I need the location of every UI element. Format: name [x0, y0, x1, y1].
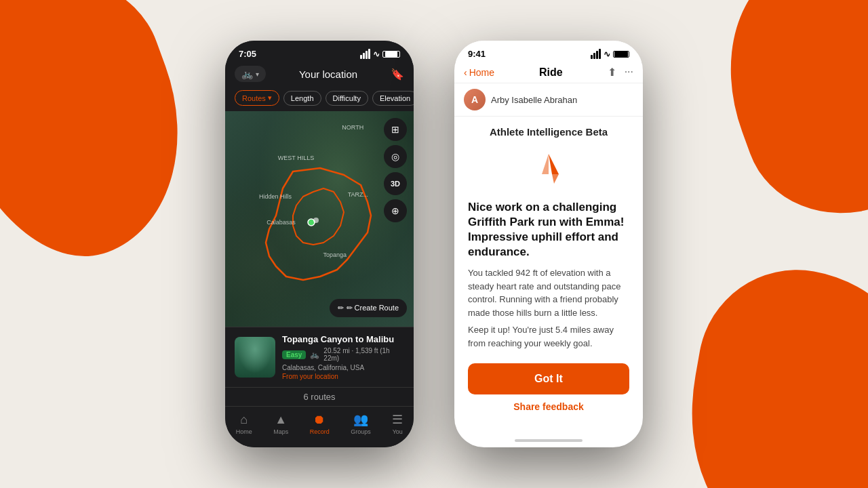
- signal-icon: [360, 49, 370, 59]
- groups-icon: 👥: [353, 412, 368, 427]
- difficulty-label: Difficulty: [333, 94, 361, 102]
- route-thumbnail: [235, 337, 275, 378]
- ai-headline: Nice work on a challenging Griffith Park…: [468, 200, 629, 260]
- home-indicator: [515, 439, 583, 442]
- create-route-label: ✏ Create Route: [347, 304, 399, 312]
- record-label: Record: [310, 428, 330, 435]
- left-nav-bar: 🚲 ▾ Your location 🔖: [225, 62, 414, 86]
- compass-button[interactable]: ◎: [384, 145, 407, 168]
- avatar-initials: A: [471, 94, 478, 105]
- elevation-label: Elevation: [380, 94, 410, 102]
- bike-icon: 🚲: [241, 68, 253, 79]
- difficulty-tag: Easy: [282, 350, 306, 359]
- got-it-button[interactable]: Got It: [468, 363, 629, 394]
- right-top-nav: ‹ Home Ride ⬆ ···: [454, 62, 643, 83]
- map-label-tarz: TARZ...: [348, 191, 368, 198]
- right-time: 9:41: [468, 49, 486, 59]
- filter-elevation[interactable]: Elevation: [372, 91, 414, 106]
- ai-body-2: Keep it up! You're just 5.4 miles away f…: [468, 323, 629, 350]
- right-status-bar: 9:41 ∿: [454, 41, 643, 62]
- svg-marker-3: [552, 174, 559, 184]
- svg-marker-2: [549, 154, 559, 174]
- map-controls: ⊞ ◎ 3D ⊕: [384, 118, 407, 222]
- tab-home[interactable]: ⌂ Home: [236, 413, 252, 435]
- map-area[interactable]: WEST HILLS Hidden Hills Calabasas NORTH …: [225, 111, 414, 327]
- route-from-location: From your location: [282, 373, 404, 380]
- left-status-icons: ∿: [360, 49, 400, 59]
- map-label-calabasas: Calabasas: [267, 219, 296, 226]
- home-icon: ⌂: [240, 413, 248, 427]
- maps-icon: ▲: [275, 413, 287, 427]
- map-label-topanga: Topanga: [323, 251, 347, 258]
- tab-record[interactable]: ⏺ Record: [310, 413, 330, 435]
- route-location: Calabasas, California, USA: [282, 364, 404, 371]
- share-icon[interactable]: ⬆: [608, 66, 616, 79]
- user-strip: A Arby Isabelle Abrahan: [454, 83, 643, 117]
- nav-title: Ride: [539, 66, 563, 79]
- nav-actions: ⬆ ···: [608, 66, 633, 79]
- route-info: Topanga Canyon to Malibu Easy 🚲 20.52 mi…: [282, 334, 404, 380]
- create-route-button[interactable]: ✏ ✏ Create Route: [330, 299, 407, 317]
- route-stats: 20.52 mi · 1,539 ft (1h 22m): [323, 347, 404, 362]
- groups-label: Groups: [351, 428, 371, 435]
- pencil-icon: ✏: [338, 304, 344, 312]
- routes-label: Routes: [242, 94, 266, 102]
- routes-count: 6 routes: [225, 387, 414, 406]
- share-feedback-label: Share feedback: [513, 401, 584, 412]
- tab-you[interactable]: ☰ You: [392, 412, 403, 435]
- user-avatar: A: [464, 89, 486, 110]
- left-time: 7:05: [239, 49, 256, 59]
- filter-bar: Routes ▾ Length Difficulty Elevation: [225, 86, 414, 111]
- filter-length[interactable]: Length: [283, 91, 321, 106]
- map-label-west-hills: WEST HILLS: [278, 155, 314, 161]
- right-wifi-icon: ∿: [604, 49, 610, 59]
- bike-tag-icon: 🚲: [310, 350, 319, 359]
- wifi-icon: ∿: [373, 49, 380, 59]
- route-tags: Easy 🚲 20.52 mi · 1,539 ft (1h 22m): [282, 347, 404, 362]
- left-status-bar: 7:05 ∿: [225, 41, 414, 62]
- route-card[interactable]: Topanga Canyon to Malibu Easy 🚲 20.52 mi…: [225, 327, 414, 387]
- bookmark-icon[interactable]: 🔖: [391, 68, 404, 81]
- left-phone: 7:05 ∿ 🚲 ▾ Your location 🔖: [225, 41, 414, 447]
- length-label: Length: [291, 94, 314, 102]
- layers-button[interactable]: ⊞: [384, 118, 407, 141]
- phones-container: 7:05 ∿ 🚲 ▾ Your location 🔖: [0, 0, 868, 488]
- map-label-hidden-hills: Hidden Hills: [259, 193, 292, 200]
- right-status-icons: ∿: [591, 49, 629, 59]
- tab-maps[interactable]: ▲ Maps: [273, 413, 288, 435]
- route-title: Topanga Canyon to Malibu: [282, 334, 404, 344]
- strava-logo: [528, 148, 569, 189]
- ai-body-1: You tackled 942 ft of elevation with a s…: [468, 266, 629, 319]
- maps-label: Maps: [273, 428, 288, 435]
- location-text: Your location: [299, 68, 357, 80]
- user-name: Arby Isabelle Abrahan: [491, 95, 577, 105]
- back-label: Home: [469, 67, 494, 78]
- record-icon: ⏺: [313, 413, 326, 427]
- right-phone: 9:41 ∿ ‹ Home Ride ⬆ ···: [454, 41, 643, 447]
- map-label-north: NORTH: [342, 124, 363, 131]
- more-icon[interactable]: ···: [625, 66, 633, 79]
- ai-title: Athlete Intelligence Beta: [490, 126, 608, 138]
- back-chevron-icon: ‹: [464, 67, 467, 78]
- got-it-label: Got It: [534, 373, 563, 384]
- chevron-icon: ▾: [256, 70, 259, 78]
- filter-routes[interactable]: Routes ▾: [235, 90, 279, 106]
- vehicle-selector[interactable]: 🚲 ▾: [235, 66, 266, 82]
- you-label: You: [393, 428, 403, 435]
- ai-panel: Athlete Intelligence Beta Nice work on a…: [454, 117, 643, 435]
- back-button[interactable]: ‹ Home: [464, 67, 494, 78]
- right-signal-icon: [591, 49, 601, 59]
- share-feedback-button[interactable]: Share feedback: [513, 401, 584, 412]
- tab-bar: ⌂ Home ▲ Maps ⏺ Record 👥 Groups ☰ You: [225, 406, 414, 447]
- tab-groups[interactable]: 👥 Groups: [351, 412, 371, 435]
- home-label: Home: [236, 428, 252, 435]
- 3d-button[interactable]: 3D: [384, 172, 407, 195]
- svg-marker-4: [542, 154, 549, 174]
- battery-icon: [382, 51, 400, 58]
- right-battery-icon: [613, 51, 629, 58]
- svg-point-1: [313, 218, 319, 223]
- routes-chevron: ▾: [268, 94, 272, 102]
- filter-difficulty[interactable]: Difficulty: [326, 91, 368, 106]
- location-button[interactable]: ⊕: [384, 199, 407, 222]
- you-icon: ☰: [392, 412, 403, 427]
